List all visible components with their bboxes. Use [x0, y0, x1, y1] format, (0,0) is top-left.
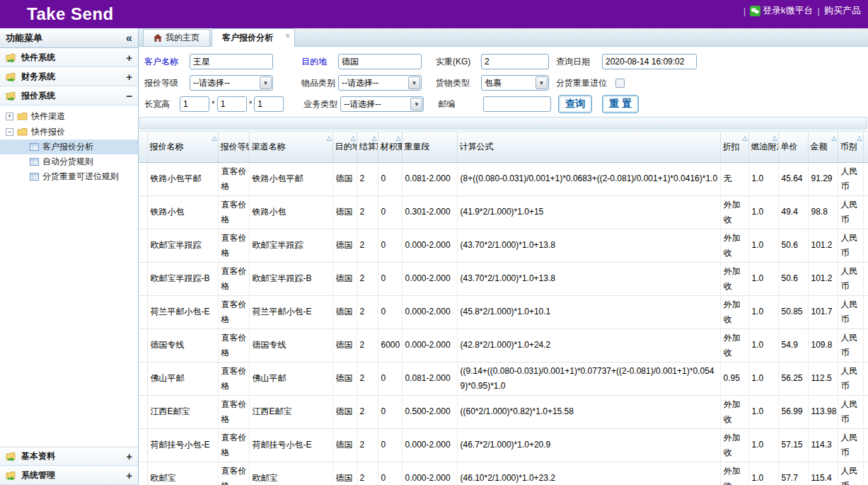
sidebar-item-finance-system[interactable]: 财务系统 + — [0, 67, 138, 86]
cell-range: 0.000-2.000 — [402, 329, 457, 362]
column-header-label: 金额 — [811, 142, 828, 152]
app-logo: Take Send — [27, 4, 114, 24]
column-header[interactable]: 目的地△ — [332, 132, 357, 162]
channel-link[interactable]: 欧邮宝半跟踪-B — [249, 262, 332, 295]
home-icon — [154, 34, 162, 42]
tree-leaf-sorting-weight-carry-rules[interactable]: 分货重量可进位规则 — [0, 169, 138, 184]
buy-product-link[interactable]: 购买产品 — [824, 4, 861, 17]
expand-icon: + — [126, 71, 132, 83]
quote-level-select[interactable]: --请选择-- ▼ — [190, 75, 273, 91]
column-header[interactable]: 金额△ — [808, 132, 838, 162]
sort-icon[interactable]: △ — [772, 135, 777, 142]
channel-link[interactable]: 荷邮挂号小包-E — [249, 428, 332, 462]
tab-customer-quote-analysis[interactable]: 客户报价分析 × — [212, 28, 295, 47]
sort-icon[interactable]: △ — [327, 135, 332, 142]
query-date-input[interactable] — [602, 54, 697, 69]
channel-link[interactable]: 铁路小包 — [249, 195, 332, 229]
cell-discount: 外加收 — [720, 462, 748, 485]
column-header[interactable]: 结算重△ — [357, 132, 378, 162]
clipped-next-column — [863, 132, 868, 162]
sort-icon[interactable]: △ — [832, 135, 837, 142]
panel-divider-strip — [139, 117, 867, 130]
column-header[interactable]: 报价等级 — [218, 132, 249, 162]
close-tab-icon[interactable]: × — [286, 31, 290, 40]
tree-expander-icon[interactable]: + — [6, 113, 13, 120]
sidebar-item-basic-data[interactable]: 基本资料 + — [0, 447, 138, 466]
tree-node-express-quote[interactable]: − 快件报价 — [0, 124, 138, 139]
column-header[interactable]: 燃油附加△ — [748, 132, 778, 162]
search-button[interactable]: 查询 — [558, 95, 592, 113]
cell-name: 欧邮宝 — [147, 462, 218, 485]
column-header-label: 报价名称 — [150, 142, 184, 152]
sorting-weight-carry-label: 分货重量进位 — [556, 77, 615, 89]
channel-link[interactable]: 德国专线 — [249, 329, 332, 362]
multiply-separator: * — [247, 99, 255, 109]
folder-arrow-icon — [6, 452, 17, 461]
column-header[interactable]: 材积重△ — [378, 132, 402, 162]
expand-icon: + — [126, 469, 132, 481]
column-header[interactable]: 单价 — [778, 132, 808, 162]
collapse-sidebar-button[interactable]: « — [126, 33, 132, 44]
cell-dest: 德国 — [332, 428, 357, 462]
customer-name-input[interactable] — [190, 54, 273, 69]
login-wechat-link[interactable]: 登录k微平台 — [750, 4, 814, 17]
height-input[interactable] — [254, 96, 284, 112]
channel-link[interactable]: 荷兰平邮小包-E — [249, 295, 332, 329]
tab-bar: 我的主页 客户报价分析 × — [139, 28, 868, 47]
sort-icon[interactable]: △ — [372, 135, 377, 142]
weight-input[interactable] — [481, 54, 549, 69]
cell-unit: 54.9 — [778, 329, 808, 362]
sort-icon[interactable]: △ — [857, 135, 862, 142]
width-input[interactable] — [217, 96, 247, 112]
cargo-type-select[interactable]: 包裹 ▼ — [481, 75, 549, 91]
column-header[interactable]: 重量段 — [402, 132, 457, 162]
channel-link[interactable]: 江西E邮宝 — [249, 395, 332, 428]
cell-dest: 德国 — [332, 395, 357, 428]
tab-home[interactable]: 我的主页 — [143, 29, 210, 46]
destination-input[interactable] — [338, 54, 422, 69]
channel-link[interactable]: 欧邮宝半跟踪 — [249, 229, 332, 262]
column-header[interactable]: 计算公式 — [457, 132, 720, 162]
sort-icon[interactable]: △ — [212, 135, 217, 142]
sorting-weight-carry-checkbox[interactable] — [615, 79, 625, 88]
item-category-select[interactable]: --请选择-- ▼ — [338, 75, 422, 91]
cell-amount: 114.3 — [808, 428, 838, 462]
column-header[interactable]: 渠道名称△ — [249, 132, 332, 162]
length-input[interactable] — [180, 96, 209, 112]
cell-amount: 112.5 — [808, 362, 838, 395]
sort-icon[interactable]: △ — [396, 135, 401, 142]
dimensions-label: 长宽高 — [144, 98, 180, 110]
sort-icon[interactable]: △ — [351, 135, 356, 142]
tree-leaf-customer-quote-analysis[interactable]: 客户报价分析 — [0, 139, 138, 154]
folder-arrow-icon — [6, 53, 17, 62]
column-header[interactable]: 报价名称△ — [147, 132, 218, 162]
business-type-select[interactable]: --请选择-- ▼ — [340, 96, 424, 112]
channel-link[interactable]: 铁路小包平邮 — [249, 162, 332, 195]
reset-button[interactable]: 重 置 — [602, 95, 639, 113]
sidebar-item-express-system[interactable]: 快件系统 + — [0, 48, 138, 67]
app-banner: Take Send | 登录k微平台 | 购买产品 — [0, 0, 868, 28]
sort-icon[interactable]: △ — [743, 135, 748, 142]
query-form: 客户名称 目的地 实重(KG) 查询日期 报价等级 --请选择-- ▼ — [139, 47, 868, 117]
expand-icon: + — [126, 52, 132, 64]
cell-discount: 外加收 — [720, 262, 748, 295]
column-header[interactable]: 折扣△ — [720, 132, 748, 162]
tree-node-express-channel[interactable]: + 快件渠道 — [0, 108, 138, 124]
tree-expander-icon[interactable]: − — [6, 128, 13, 136]
cell-level: 直客价格 — [218, 395, 249, 428]
cell-settle: 2 — [357, 195, 378, 229]
tree-leaf-auto-sorting-rules[interactable]: 自动分货规则 — [0, 154, 138, 169]
cell-fuel: 1.0 — [748, 462, 778, 485]
column-header[interactable]: 币别△ — [838, 132, 863, 162]
channel-link[interactable]: 欧邮宝 — [249, 462, 332, 485]
row-spacer-column — [139, 195, 147, 229]
channel-link[interactable]: 佛山平邮 — [249, 362, 332, 395]
cell-currency: 人民币 — [838, 195, 863, 229]
cell-level: 直客价格 — [218, 195, 249, 229]
folder-arrow-icon — [6, 91, 17, 101]
postcode-input[interactable] — [483, 96, 551, 112]
sidebar-item-system-management[interactable]: 系统管理 + — [0, 466, 138, 485]
sidebar-item-quote-system[interactable]: 报价系统 − — [0, 86, 138, 105]
cell-settle: 2 — [357, 295, 378, 329]
cell-discount: 外加收 — [720, 329, 748, 362]
